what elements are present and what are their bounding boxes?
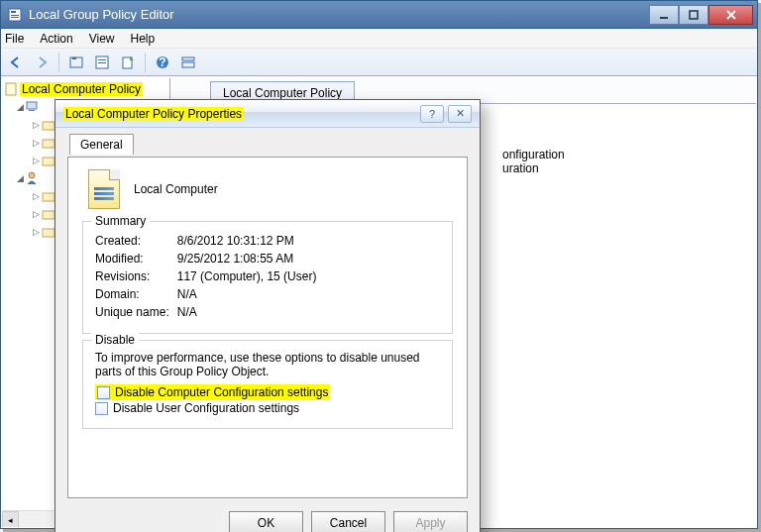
expand-icon[interactable]: ▷ <box>30 120 42 130</box>
right-text-fragment: uration <box>502 161 726 175</box>
user-icon <box>26 171 40 185</box>
svg-rect-20 <box>43 140 54 148</box>
svg-rect-1 <box>11 11 16 13</box>
window-title: Local Group Policy Editor <box>27 7 649 22</box>
properties-dialog: Local Computer Policy Properties ? ✕ Gen… <box>54 99 481 532</box>
svg-rect-17 <box>27 102 37 109</box>
tree-root-label: Local Computer Policy <box>20 82 143 96</box>
svg-text:?: ? <box>159 55 165 69</box>
tab-page-general: Local Computer Summary Created:8/6/2012 … <box>67 157 468 498</box>
doc-icon <box>4 81 20 97</box>
folder-icon <box>42 189 55 203</box>
filter-button[interactable] <box>177 52 199 73</box>
svg-rect-19 <box>43 122 54 130</box>
svg-rect-15 <box>182 62 194 67</box>
modified-value: 9/25/2012 1:08:55 AM <box>177 250 325 267</box>
dialog-close-button[interactable]: ✕ <box>448 105 472 123</box>
menu-help[interactable]: Help <box>131 32 156 46</box>
expand-icon[interactable]: ▷ <box>30 209 42 219</box>
computer-icon <box>26 100 40 114</box>
domain-label: Domain: <box>95 285 177 303</box>
checkbox-icon <box>97 386 110 399</box>
dialog-titlebar[interactable]: Local Computer Policy Properties ? ✕ <box>55 100 480 128</box>
forward-button[interactable] <box>31 52 53 73</box>
main-titlebar[interactable]: Local Group Policy Editor <box>1 1 757 29</box>
window-controls <box>649 5 753 25</box>
folder-icon <box>42 118 55 132</box>
summary-group: Summary Created:8/6/2012 10:31:12 PM Mod… <box>82 221 453 334</box>
menu-action[interactable]: Action <box>40 32 72 46</box>
svg-rect-21 <box>43 158 54 165</box>
svg-point-22 <box>29 172 35 178</box>
minimize-button[interactable] <box>649 5 679 25</box>
dialog-tabstrip: General <box>69 138 134 152</box>
disable-group: Disable To improve performance, use thes… <box>82 340 453 429</box>
tree-root[interactable]: Local Computer Policy <box>4 80 167 98</box>
expand-icon[interactable]: ▷ <box>30 191 42 201</box>
dialog-help-button[interactable]: ? <box>420 105 444 123</box>
toolbar-separator <box>145 53 146 72</box>
svg-rect-3 <box>11 17 19 18</box>
svg-rect-16 <box>6 83 16 95</box>
folder-icon <box>42 154 55 167</box>
menu-view[interactable]: View <box>89 32 115 46</box>
ok-button[interactable]: OK <box>229 511 303 532</box>
checkbox-label: Disable Computer Configuration settings <box>115 385 328 399</box>
svg-rect-18 <box>29 110 35 111</box>
toolbar: ? <box>1 49 757 76</box>
disable-legend: Disable <box>91 333 139 347</box>
app-icon <box>7 7 23 23</box>
svg-rect-2 <box>11 15 19 16</box>
toolbar-separator <box>58 53 59 72</box>
revisions-label: Revisions: <box>95 267 177 285</box>
domain-value: N/A <box>177 285 325 303</box>
properties-button[interactable] <box>91 52 113 73</box>
checkbox-disable-user-config[interactable]: Disable User Configuration settings <box>95 400 440 416</box>
created-label: Created: <box>95 232 177 250</box>
menu-file[interactable]: File <box>5 32 24 46</box>
right-text-fragment: onfiguration <box>502 148 726 161</box>
svg-rect-10 <box>98 62 106 63</box>
expand-icon[interactable]: ▷ <box>30 227 42 237</box>
svg-rect-24 <box>43 211 54 219</box>
expand-icon[interactable]: ▷ <box>30 156 42 165</box>
checkbox-label: Disable User Configuration settings <box>113 401 299 415</box>
policy-doc-icon <box>88 169 120 209</box>
uniquename-label: Unique name: <box>95 303 177 321</box>
checkbox-icon <box>95 402 108 415</box>
up-button[interactable] <box>65 52 87 73</box>
checkbox-disable-computer-config[interactable]: Disable Computer Configuration settings <box>95 384 330 400</box>
summary-legend: Summary <box>91 214 150 228</box>
svg-rect-5 <box>690 11 698 19</box>
modified-label: Modified: <box>95 250 177 267</box>
maximize-button[interactable] <box>679 5 708 25</box>
expand-icon[interactable]: ◢ <box>14 102 26 112</box>
scroll-left-icon[interactable]: ◂ <box>2 511 19 527</box>
dialog-title: Local Computer Policy Properties <box>63 107 416 121</box>
export-button[interactable] <box>117 52 139 73</box>
folder-icon <box>42 207 55 221</box>
cancel-button[interactable]: Cancel <box>311 511 385 532</box>
apply-button[interactable]: Apply <box>393 511 468 532</box>
folder-icon <box>42 225 55 239</box>
uniquename-value: N/A <box>177 303 325 321</box>
svg-rect-25 <box>43 229 54 237</box>
tab-general[interactable]: General <box>69 134 134 155</box>
svg-rect-23 <box>43 193 54 201</box>
expand-icon[interactable]: ▷ <box>30 138 42 148</box>
svg-rect-7 <box>72 57 76 59</box>
dialog-buttons: OK Cancel Apply <box>229 511 468 532</box>
policy-name-label: Local Computer <box>134 182 218 196</box>
revisions-value: 117 (Computer), 15 (User) <box>177 267 325 285</box>
expand-icon[interactable]: ◢ <box>14 173 26 183</box>
created-value: 8/6/2012 10:31:12 PM <box>177 232 325 250</box>
svg-rect-14 <box>182 57 194 60</box>
close-button[interactable] <box>708 5 753 25</box>
back-button[interactable] <box>5 52 27 73</box>
help-button[interactable]: ? <box>152 52 173 73</box>
folder-icon <box>42 136 55 150</box>
svg-rect-4 <box>660 17 668 19</box>
svg-rect-9 <box>98 59 106 60</box>
menu-bar: File Action View Help <box>1 29 757 49</box>
disable-description: To improve performance, use these option… <box>95 351 440 378</box>
